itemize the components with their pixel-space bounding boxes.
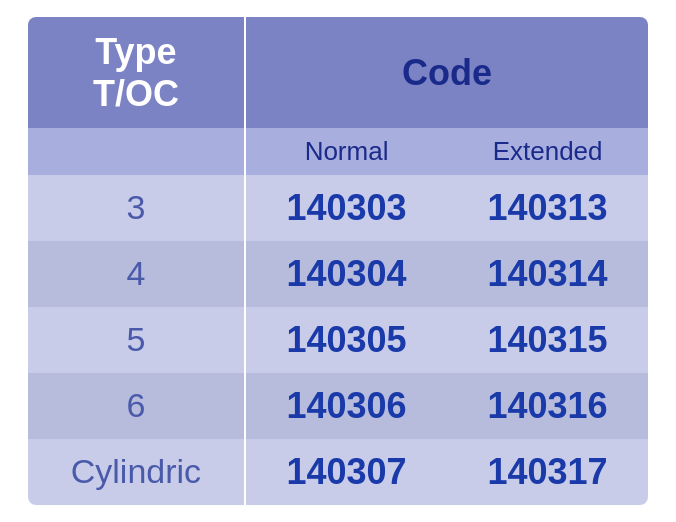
code-header: Code [245,17,648,128]
type-cell: 5 [28,307,245,373]
extended-code-cell: 140315 [447,307,648,373]
data-table: TypeT/OC Code Normal Extended 3140303140… [28,17,648,505]
extended-code-cell: 140317 [447,439,648,505]
table-row: Cylindric140307140317 [28,439,648,505]
table-row: 6140306140316 [28,373,648,439]
table-row: 5140305140315 [28,307,648,373]
table-row: 3140303140313 [28,175,648,241]
table-body: 3140303140313414030414031451403051403156… [28,175,648,505]
type-cell: 4 [28,241,245,307]
type-cell: 6 [28,373,245,439]
normal-code-cell: 140305 [245,307,447,373]
normal-subheader: Normal [245,128,447,175]
normal-code-cell: 140306 [245,373,447,439]
normal-code-cell: 140304 [245,241,447,307]
table-container: TypeT/OC Code Normal Extended 3140303140… [28,17,648,505]
type-toc-header: TypeT/OC [28,17,245,128]
normal-code-cell: 140303 [245,175,447,241]
type-cell: 3 [28,175,245,241]
type-sub-header [28,128,245,175]
type-cell: Cylindric [28,439,245,505]
extended-code-cell: 140313 [447,175,648,241]
extended-code-cell: 140314 [447,241,648,307]
extended-code-cell: 140316 [447,373,648,439]
normal-code-cell: 140307 [245,439,447,505]
header-row: TypeT/OC Code [28,17,648,128]
extended-subheader: Extended [447,128,648,175]
table-row: 4140304140314 [28,241,648,307]
subheader-row: Normal Extended [28,128,648,175]
